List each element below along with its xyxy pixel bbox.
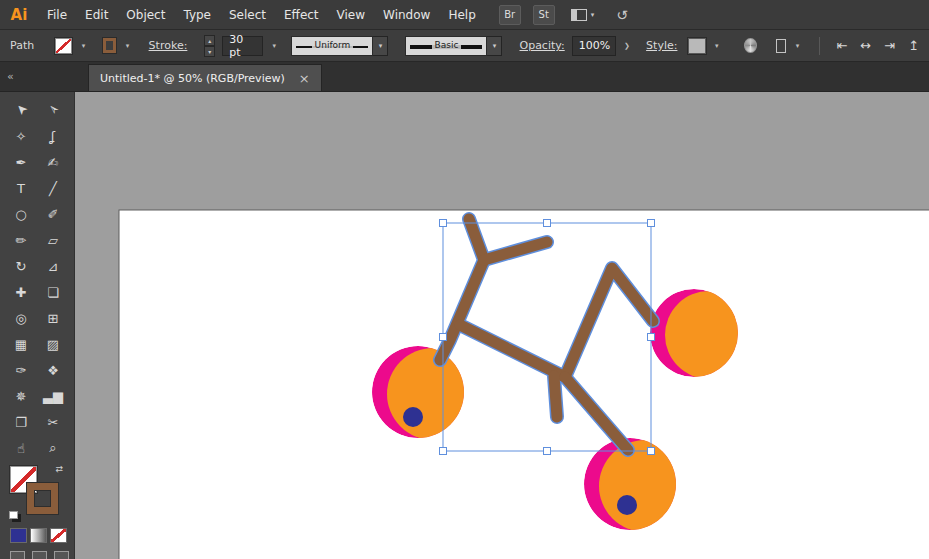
width-profile-label: Uniform	[312, 40, 354, 51]
tab-close-icon[interactable]: ×	[299, 72, 310, 85]
shape-builder-tool[interactable]: ◎	[5, 306, 37, 330]
menu-help[interactable]: Help	[439, 0, 484, 30]
brush-definition-dropdown[interactable]: Basic ▾	[405, 36, 502, 56]
style-panel-link[interactable]: Style:	[646, 39, 677, 52]
color-mode-button[interactable]	[10, 528, 27, 543]
artboard	[119, 210, 929, 559]
stroke-width-chevron-icon[interactable]: ▾	[270, 42, 278, 50]
transform-menu-icon[interactable]	[776, 39, 786, 53]
stroke-width-field[interactable]: 30 pt	[222, 36, 263, 56]
menu-edit[interactable]: Edit	[76, 0, 117, 30]
align-horizontal-center-icon[interactable]: ↔	[860, 38, 871, 53]
artboard-tool[interactable]: ❐	[5, 410, 37, 434]
menu-list: FileEditObjectTypeSelectEffectViewWindow…	[38, 0, 485, 29]
selection-handle[interactable]	[544, 448, 551, 455]
stock-button[interactable]: St	[533, 5, 555, 25]
curvature-tool[interactable]: ✍	[37, 150, 69, 174]
style-chevron-icon[interactable]: ▾	[713, 42, 721, 50]
draw-behind-button[interactable]	[32, 551, 47, 559]
none-mode-button[interactable]	[50, 528, 67, 543]
canvas-area[interactable]	[75, 92, 929, 559]
menu-view[interactable]: View	[328, 0, 374, 30]
selection-handle[interactable]	[440, 448, 447, 455]
fill-color-swatch-none[interactable]	[55, 38, 72, 54]
bridge-button[interactable]: Br	[499, 5, 521, 25]
opacity-chevron-icon[interactable]: ❯	[623, 42, 631, 50]
type-tool[interactable]: T	[5, 176, 37, 200]
selection-handle[interactable]	[648, 448, 655, 455]
align-icon-group: ⇤↔⇥↥	[836, 38, 919, 53]
opacity-field[interactable]: 100%	[572, 36, 616, 56]
stepper-down-icon[interactable]: ▾	[204, 46, 215, 57]
pencil-tool[interactable]: ✏	[5, 228, 37, 252]
draw-normal-button[interactable]	[10, 551, 25, 559]
workspace-layout-button[interactable]: ▾	[571, 9, 595, 21]
column-graph-tool[interactable]: ▃▆	[37, 384, 69, 408]
menu-type[interactable]: Type	[174, 0, 220, 30]
fill-stroke-indicator: ⇄	[8, 464, 66, 520]
slice-tool[interactable]: ✂	[37, 410, 69, 434]
stroke-color-swatch-large[interactable]	[27, 483, 58, 514]
eyedropper-tool[interactable]: ✑	[5, 358, 37, 382]
selection-handle[interactable]	[440, 334, 447, 341]
draw-inside-button[interactable]	[54, 551, 69, 559]
recolor-artwork-icon[interactable]	[744, 38, 757, 53]
eraser-tool[interactable]: ▱	[37, 228, 69, 252]
menu-object[interactable]: Object	[117, 0, 174, 30]
fill-chevron-icon[interactable]: ▾	[79, 42, 87, 50]
brown-path[interactable]	[554, 376, 557, 417]
scale-tool[interactable]: ⊿	[37, 254, 69, 278]
selection-handle[interactable]	[648, 334, 655, 341]
gradient-mode-button[interactable]	[30, 528, 47, 543]
align-horizontal-left-icon[interactable]: ⇤	[836, 38, 847, 53]
default-fill-stroke-icon[interactable]	[9, 511, 18, 519]
paintbrush-tool[interactable]: ✐	[37, 202, 69, 226]
chevron-down-icon: ▾	[591, 11, 595, 19]
pen-tool[interactable]: ✒	[5, 150, 37, 174]
gradient-tool[interactable]: ▨	[37, 332, 69, 356]
tool-grid: ➤➢✧ʆ✒✍T╱○✐✏▱↻⊿✚❏◎⊞▦▨✑❖✵▃▆❐✂☝⌕	[0, 92, 74, 460]
selection-handle[interactable]	[544, 220, 551, 227]
line-segment-tool[interactable]: ╱	[37, 176, 69, 200]
align-vertical-top-icon[interactable]: ↥	[908, 38, 919, 53]
blend-tool[interactable]: ❖	[37, 358, 69, 382]
document-tab-strip: « Untitled-1* @ 50% (RGB/Preview) ×	[0, 62, 929, 92]
transform-chevron-icon[interactable]: ▾	[793, 42, 801, 50]
stroke-chevron-icon[interactable]: ▾	[123, 42, 131, 50]
tool-panel: ➤➢✧ʆ✒✍T╱○✐✏▱↻⊿✚❏◎⊞▦▨✑❖✵▃▆❐✂☝⌕ ⇄	[0, 92, 75, 559]
stepper-up-icon[interactable]: ▴	[204, 35, 215, 46]
separator	[819, 37, 820, 55]
selection-handle[interactable]	[648, 220, 655, 227]
stroke-width-stepper[interactable]: ▴▾	[204, 35, 215, 57]
swap-fill-stroke-icon[interactable]: ⇄	[55, 464, 63, 474]
collapse-panel-button[interactable]: «	[0, 61, 75, 91]
selection-handle[interactable]	[440, 220, 447, 227]
free-transform-tool[interactable]: ❏	[37, 280, 69, 304]
opacity-panel-link[interactable]: Opacity:	[519, 39, 564, 52]
menu-window[interactable]: Window	[374, 0, 439, 30]
brush-chevron-icon[interactable]: ▾	[487, 36, 502, 56]
menu-bar: Ai FileEditObjectTypeSelectEffectViewWin…	[0, 0, 929, 30]
menu-select[interactable]: Select	[220, 0, 275, 30]
ellipse-tool[interactable]: ○	[5, 202, 37, 226]
document-tab-title: Untitled-1* @ 50% (RGB/Preview)	[100, 72, 285, 85]
rotate-tool[interactable]: ↻	[5, 254, 37, 278]
perspective-grid-tool[interactable]: ⊞	[37, 306, 69, 330]
mesh-tool[interactable]: ▦	[5, 332, 37, 356]
hand-tool[interactable]: ☝	[5, 436, 37, 460]
width-tool[interactable]: ✚	[5, 280, 37, 304]
graphic-style-swatch[interactable]	[688, 38, 705, 54]
symbol-sprayer-tool[interactable]: ✵	[5, 384, 37, 408]
menu-file[interactable]: File	[38, 0, 76, 30]
width-profile-chevron-icon[interactable]: ▾	[373, 36, 388, 56]
stroke-panel-link[interactable]: Stroke:	[149, 39, 188, 52]
draw-mode-buttons	[10, 551, 74, 559]
align-horizontal-right-icon[interactable]: ⇥	[884, 38, 895, 53]
sync-settings-icon[interactable]: ↺	[616, 7, 628, 23]
menu-effect[interactable]: Effect	[275, 0, 328, 30]
zoom-tool[interactable]: ⌕	[37, 436, 69, 460]
document-canvas[interactable]	[75, 92, 929, 559]
width-profile-dropdown[interactable]: Uniform ▾	[291, 36, 388, 56]
stroke-color-swatch[interactable]	[103, 38, 117, 53]
document-tab[interactable]: Untitled-1* @ 50% (RGB/Preview) ×	[88, 64, 322, 91]
